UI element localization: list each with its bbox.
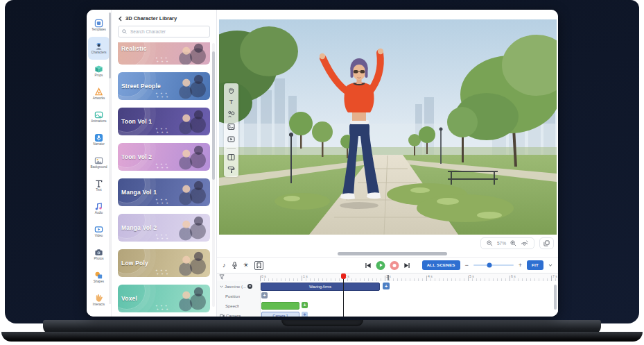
hand-tool-icon[interactable] <box>227 87 235 94</box>
play-button[interactable] <box>376 261 385 270</box>
sidebar-item-props[interactable]: Props <box>88 60 110 83</box>
music-icon[interactable]: ♪ <box>223 262 226 269</box>
panel-title: 3D Character Library <box>125 15 177 22</box>
duplicate-button[interactable] <box>539 237 554 249</box>
ruler-label: 6 s <box>511 274 516 278</box>
brightness-icon[interactable]: ☀ <box>243 262 249 269</box>
app-window: Templates Characters Props Artworks Anim… <box>87 10 558 317</box>
skip-end-icon[interactable] <box>404 262 410 269</box>
character-card-list: Realistic + + + + + + Street People + + … <box>112 41 216 317</box>
scene-end-marker <box>388 275 389 280</box>
back-chevron-icon[interactable] <box>118 16 123 22</box>
ruler-label: 0 s <box>261 274 266 278</box>
chevron-down-icon[interactable] <box>220 285 223 288</box>
track-row-camera[interactable]: Camera <box>217 311 260 317</box>
zoom-slider-plus[interactable]: + <box>519 262 522 269</box>
timeline-vscrollbar[interactable] <box>554 285 557 310</box>
props-cube-icon <box>94 65 103 74</box>
clip-camera-1[interactable]: Camera 1 <box>261 312 299 317</box>
card-realistic[interactable]: Realistic + + + + + + <box>118 42 210 65</box>
track-row-position[interactable]: Position <box>217 292 260 301</box>
photos-camera-icon <box>94 248 103 257</box>
character-library-panel: 3D Character Library Realistic + + + + +… <box>111 10 217 317</box>
sidebar-item-narrator[interactable]: Narrator <box>88 128 110 151</box>
laptop-notch <box>281 320 363 326</box>
all-scenes-button[interactable]: ALL SCENES <box>422 260 460 270</box>
image-tool-icon[interactable] <box>227 123 235 131</box>
timeline-tracks: Jasmine (... Position Speech Camera <box>217 281 558 317</box>
card-street-people[interactable]: Street People + + + + + + <box>118 72 210 100</box>
toolbar-divider <box>227 148 236 149</box>
slider-thumb[interactable] <box>487 263 492 268</box>
zoom-out-icon[interactable] <box>487 240 493 246</box>
sidebar-item-templates[interactable]: Templates <box>88 14 110 37</box>
sidebar-item-text[interactable]: Text <box>88 174 110 197</box>
sidebar-item-artworks[interactable]: Artworks <box>88 83 110 106</box>
video-tool-icon[interactable] <box>227 135 235 143</box>
search-box[interactable] <box>118 26 210 37</box>
character-tool-icon[interactable] <box>227 110 235 118</box>
add-position-button[interactable]: + <box>261 292 268 298</box>
filter-funnel-icon[interactable] <box>219 274 225 280</box>
skip-start-icon[interactable] <box>365 262 372 269</box>
scene-canvas[interactable]: T <box>219 19 557 235</box>
bookmark-tool[interactable] <box>254 261 263 270</box>
add-camera-button[interactable]: + <box>302 312 308 317</box>
track-row-character[interactable]: Jasmine (... <box>217 282 260 291</box>
ruler-label: 4 s <box>428 274 433 278</box>
add-speech-button[interactable]: + <box>302 302 308 308</box>
sidebar-item-interacts[interactable]: Interacts <box>88 289 110 312</box>
bookmark-icon <box>256 262 261 269</box>
text-tool-icon[interactable]: T <box>229 99 234 106</box>
shapes-icon <box>94 271 103 280</box>
sidebar-item-photos[interactable]: Photos <box>88 243 110 266</box>
templates-icon <box>94 19 103 28</box>
main-area: T 57% <box>217 10 558 317</box>
park-scene <box>219 19 557 235</box>
card-manga-vol-1[interactable]: Manga Vol 1 + + + + + + <box>118 178 210 206</box>
collapse-chevron-icon[interactable] <box>548 263 552 267</box>
timeline-zoom-slider[interactable] <box>473 264 514 266</box>
record-button[interactable] <box>390 261 399 270</box>
horizontal-scrollbar[interactable] <box>338 252 447 255</box>
sidebar-item-video[interactable]: Video <box>88 220 110 243</box>
track-name-column: Jasmine (... Position Speech Camera <box>217 281 261 317</box>
card-manga-vol-2[interactable]: Manga Vol 2 + + + + + + <box>118 214 210 242</box>
duplicate-icon <box>543 240 550 246</box>
sidebar-item-shapes[interactable]: Shapes <box>88 266 110 289</box>
zoom-slider-minus[interactable]: − <box>465 262 469 269</box>
panel-scrollbar[interactable] <box>212 43 215 307</box>
timeline: 0 s 1 s 2 s 3 s 4 s 5 s 6 s 7 s Jasmine … <box>217 273 558 317</box>
search-icon <box>122 29 127 34</box>
zoom-in-icon[interactable] <box>510 240 516 246</box>
track-avatar[interactable] <box>247 284 252 289</box>
card-voxel[interactable]: Voxel + + + + + + <box>118 285 210 312</box>
card-toon-vol-1[interactable]: Toon Vol 1 + + + + + + <box>118 108 210 135</box>
camera-track-icon <box>220 314 225 317</box>
layout-tool-icon[interactable] <box>227 153 235 161</box>
sidebar-item-audio[interactable]: Audio <box>88 197 110 220</box>
canvas-controls: 57% <box>217 235 558 251</box>
mic-icon[interactable] <box>232 262 238 269</box>
search-input[interactable] <box>129 28 206 35</box>
ruler-label: 1 s <box>303 274 308 278</box>
card-toon-vol-2[interactable]: Toon Vol 2 + + + + + + <box>118 143 210 171</box>
fit-button[interactable]: FIT <box>527 260 543 270</box>
sidebar-item-background[interactable]: Background <box>88 151 110 174</box>
track-lanes[interactable]: Waving Arms + + + Camera 1 + <box>261 281 558 317</box>
playhead[interactable] <box>343 274 344 317</box>
sidebar-item-animations[interactable]: Animations <box>88 106 110 128</box>
card-low-poly[interactable]: Low Poly + + + + + + <box>118 249 210 277</box>
clip-speech[interactable] <box>261 302 299 310</box>
narrator-icon <box>94 133 103 142</box>
background-icon <box>94 156 103 165</box>
artworks-icon <box>94 87 103 96</box>
ruler-label: 7 s <box>552 274 557 278</box>
clip-waving-arms[interactable]: Waving Arms <box>261 283 380 291</box>
zoom-controls: 57% <box>480 237 534 249</box>
sidebar-item-characters[interactable]: Characters <box>88 37 110 60</box>
add-animation-button[interactable]: + <box>383 283 390 289</box>
preview-eye-icon[interactable] <box>521 240 528 246</box>
paint-roller-icon[interactable] <box>227 166 235 174</box>
track-row-speech[interactable]: Speech <box>217 301 260 310</box>
